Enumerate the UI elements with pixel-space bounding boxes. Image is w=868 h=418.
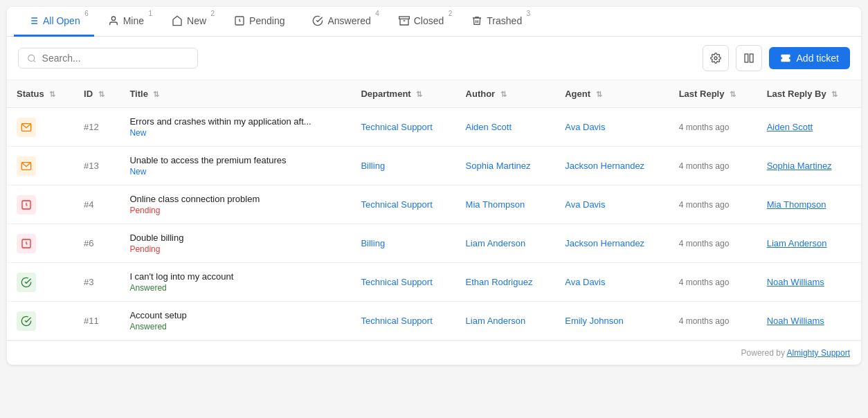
cell-author[interactable]: Liam Anderson: [456, 302, 556, 340]
cell-department[interactable]: Billing: [351, 147, 455, 185]
cell-author[interactable]: Ethan Rodriguez: [456, 263, 556, 302]
department-link[interactable]: Technical Support: [361, 316, 432, 326]
cell-department[interactable]: Technical Support: [351, 263, 455, 302]
cell-title[interactable]: Errors and crashes within my application…: [120, 108, 351, 147]
tab-answered[interactable]: 4 Answered: [298, 7, 384, 37]
last-reply-by-link[interactable]: Mia Thompson: [767, 199, 826, 210]
cell-last-reply-by[interactable]: Liam Anderson: [757, 224, 861, 263]
col-id[interactable]: ID ⇅: [74, 80, 120, 108]
tab-answered-label: Answered: [327, 15, 370, 26]
last-reply-by-link[interactable]: Aiden Scott: [767, 122, 813, 132]
search-icon: [27, 53, 37, 64]
table-row[interactable]: #4 Online class connection problem Pendi…: [7, 185, 861, 224]
last-reply-by-link[interactable]: Noah Williams: [767, 277, 824, 287]
cell-last-reply-by[interactable]: Noah Williams: [757, 302, 861, 340]
table-row[interactable]: #11 Account setup Answered Technical Sup…: [7, 302, 861, 340]
cell-agent[interactable]: Jackson Hernandez: [555, 147, 669, 185]
cell-title[interactable]: Online class connection problem Pending: [120, 185, 351, 224]
footer-link[interactable]: Almighty Support: [787, 348, 850, 358]
cell-last-reply-by[interactable]: Sophia Martinez: [757, 147, 861, 185]
cell-last-reply-by[interactable]: Aiden Scott: [757, 108, 861, 147]
cell-author[interactable]: Mia Thompson: [456, 185, 556, 224]
add-ticket-button[interactable]: Add ticket: [769, 47, 850, 69]
cell-status: [7, 108, 74, 147]
tab-all-open[interactable]: 6 All Open: [14, 7, 94, 37]
department-link[interactable]: Technical Support: [361, 122, 432, 132]
settings-button[interactable]: [703, 45, 729, 71]
search-input[interactable]: [42, 53, 189, 64]
author-link[interactable]: Mia Thompson: [466, 199, 525, 210]
cell-department[interactable]: Technical Support: [351, 302, 455, 340]
cell-department[interactable]: Billing: [351, 224, 455, 263]
cell-agent[interactable]: Ava Davis: [555, 185, 669, 224]
department-link[interactable]: Billing: [361, 238, 385, 248]
person-icon: [108, 15, 119, 26]
col-department[interactable]: Department ⇅: [351, 80, 455, 108]
cell-department[interactable]: Technical Support: [351, 108, 455, 147]
author-link[interactable]: Liam Anderson: [466, 238, 526, 248]
department-link[interactable]: Technical Support: [361, 277, 432, 287]
tab-pending[interactable]: Pending: [220, 7, 298, 37]
last-reply-by-link[interactable]: Liam Anderson: [767, 238, 827, 248]
col-last-reply-by[interactable]: Last Reply By ⇅: [757, 80, 861, 108]
last-reply-by-link[interactable]: Noah Williams: [767, 316, 824, 326]
cell-last-reply-by[interactable]: Noah Williams: [757, 263, 861, 302]
col-title[interactable]: Title ⇅: [120, 80, 351, 108]
view-toggle-button[interactable]: [736, 45, 762, 71]
table-row[interactable]: #13 Unable to access the premium feature…: [7, 147, 861, 185]
cell-author[interactable]: Aiden Scott: [456, 108, 556, 147]
table-row[interactable]: #12 Errors and crashes within my applica…: [7, 108, 861, 147]
col-agent[interactable]: Agent ⇅: [555, 80, 669, 108]
tab-bar: 6 All Open 1 Mine 2: [7, 7, 861, 37]
agent-link[interactable]: Jackson Hernandez: [565, 161, 644, 171]
last-reply-time: 4 months ago: [679, 316, 730, 326]
author-link[interactable]: Ethan Rodriguez: [466, 277, 533, 287]
cell-title[interactable]: Unable to access the premium features Ne…: [120, 147, 351, 185]
inbox-icon: [172, 15, 183, 26]
toolbar: Add ticket: [7, 37, 861, 80]
tab-mine[interactable]: 1 Mine: [94, 7, 158, 37]
col-last-reply[interactable]: Last Reply ⇅: [669, 80, 757, 108]
last-reply-time: 4 months ago: [679, 239, 730, 248]
ticket-title: Account setup: [129, 310, 341, 320]
col-status[interactable]: Status ⇅: [7, 80, 74, 108]
cell-title[interactable]: Double billing Pending: [120, 224, 351, 263]
table-row[interactable]: #6 Double billing Pending Billing Liam A…: [7, 224, 861, 263]
department-link[interactable]: Technical Support: [361, 199, 432, 210]
cell-agent[interactable]: Jackson Hernandez: [555, 224, 669, 263]
tab-trashed[interactable]: 3 Trashed: [458, 7, 536, 37]
author-link[interactable]: Aiden Scott: [466, 122, 512, 132]
cell-title[interactable]: I can't log into my account Answered: [120, 263, 351, 302]
cell-title[interactable]: Account setup Answered: [120, 302, 351, 340]
cell-author[interactable]: Liam Anderson: [456, 224, 556, 263]
search-box[interactable]: [18, 48, 198, 69]
author-link[interactable]: Liam Anderson: [466, 316, 526, 326]
table-row[interactable]: #3 I can't log into my account Answered …: [7, 263, 861, 302]
cell-last-reply-by[interactable]: Mia Thompson: [757, 185, 861, 224]
ticket-status-label: Pending: [129, 206, 341, 215]
cell-department[interactable]: Technical Support: [351, 185, 455, 224]
cell-author[interactable]: Sophia Martinez: [456, 147, 556, 185]
clock-icon: [234, 15, 245, 26]
ticket-icon: [780, 53, 791, 64]
agent-link[interactable]: Jackson Hernandez: [565, 238, 644, 248]
agent-link[interactable]: Ava Davis: [565, 199, 605, 210]
tab-new[interactable]: 2 New: [158, 7, 220, 37]
tab-closed[interactable]: 2 Closed: [385, 7, 458, 37]
agent-link[interactable]: Emily Johnson: [565, 316, 624, 326]
tickets-table: Status ⇅ ID ⇅ Title ⇅ Department ⇅ Autho…: [7, 80, 861, 340]
cell-id: #13: [74, 147, 120, 185]
tab-pending-label: Pending: [249, 15, 284, 26]
ticket-title: Unable to access the premium features: [129, 155, 341, 165]
last-reply-by-link[interactable]: Sophia Martinez: [767, 161, 832, 171]
cell-agent[interactable]: Ava Davis: [555, 108, 669, 147]
cell-id: #11: [74, 302, 120, 340]
agent-link[interactable]: Ava Davis: [565, 122, 605, 132]
author-link[interactable]: Sophia Martinez: [466, 161, 531, 171]
department-link[interactable]: Billing: [361, 161, 385, 171]
agent-link[interactable]: Ava Davis: [565, 277, 605, 287]
cell-agent[interactable]: Ava Davis: [555, 263, 669, 302]
cell-agent[interactable]: Emily Johnson: [555, 302, 669, 340]
col-author[interactable]: Author ⇅: [456, 80, 556, 108]
cell-last-reply: 4 months ago: [669, 147, 757, 185]
